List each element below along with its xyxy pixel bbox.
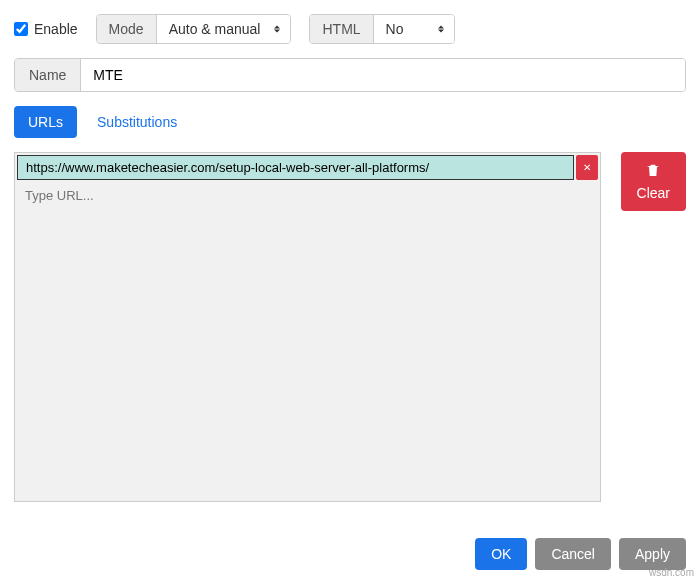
chevron-sort-icon <box>274 26 280 33</box>
html-label: HTML <box>310 15 373 43</box>
footer-buttons: OK Cancel Apply <box>475 538 686 570</box>
clear-button[interactable]: Clear <box>621 152 686 211</box>
enable-label: Enable <box>34 21 78 37</box>
ok-button[interactable]: OK <box>475 538 527 570</box>
mode-select[interactable]: Auto & manual <box>157 15 291 43</box>
chevron-sort-icon <box>438 26 444 33</box>
tab-substitutions[interactable]: Substitutions <box>83 106 191 138</box>
name-input[interactable] <box>81 59 685 91</box>
apply-button[interactable]: Apply <box>619 538 686 570</box>
tab-bar: URLs Substitutions <box>14 106 686 138</box>
enable-checkbox[interactable] <box>14 22 28 36</box>
clear-label: Clear <box>637 185 670 201</box>
html-dropdown-group: HTML No <box>309 14 454 44</box>
trash-icon <box>645 162 661 181</box>
name-label: Name <box>15 59 81 91</box>
mode-label: Mode <box>97 15 157 43</box>
url-list-panel: ✕ <box>14 152 601 502</box>
tab-urls[interactable]: URLs <box>14 106 77 138</box>
html-value: No <box>386 21 404 37</box>
close-icon: ✕ <box>583 162 591 173</box>
mode-dropdown-group: Mode Auto & manual <box>96 14 292 44</box>
url-row: ✕ <box>15 153 600 182</box>
cancel-button[interactable]: Cancel <box>535 538 611 570</box>
url-input-new[interactable] <box>15 182 600 209</box>
mode-value: Auto & manual <box>169 21 261 37</box>
url-input[interactable] <box>17 155 574 180</box>
html-select[interactable]: No <box>374 15 454 43</box>
name-field-group: Name <box>14 58 686 92</box>
remove-url-button[interactable]: ✕ <box>576 155 598 180</box>
enable-checkbox-group[interactable]: Enable <box>14 21 78 37</box>
